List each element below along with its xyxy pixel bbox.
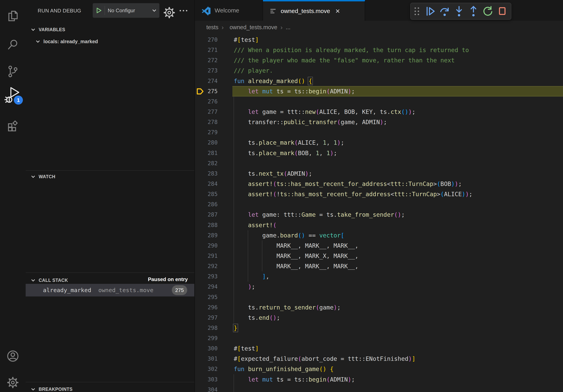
activity-item-extensions[interactable] [0, 116, 26, 135]
code-line-301[interactable]: 301#[expected_failure(abort_code = ttt::… [195, 353, 563, 364]
line-number[interactable]: 289 [195, 230, 218, 241]
code-line-279[interactable]: 279 [195, 127, 563, 138]
line-number[interactable]: 301 [195, 353, 218, 364]
more-actions-icon[interactable] [178, 6, 189, 15]
line-number[interactable]: 300 [195, 343, 218, 354]
code-line-282[interactable]: 282 [195, 158, 563, 169]
code-editor[interactable]: 270#[test]271/// When a position is alre… [195, 34, 563, 392]
close-icon[interactable]: ✕ [335, 8, 340, 15]
code-line-299[interactable]: 299 [195, 333, 563, 343]
sidebar-editor-divider[interactable] [194, 0, 195, 392]
code-line-296[interactable]: 296 ts.return_to_sender(game); [195, 302, 563, 313]
code-line-275[interactable]: 275 let mut ts = ts::begin(ADMIN); [195, 86, 563, 96]
code-line-278[interactable]: 278 transfer::public_transfer(game, ADMI… [195, 117, 563, 127]
start-debug-icon[interactable] [93, 6, 105, 15]
line-number[interactable]: 278 [195, 117, 218, 127]
line-number[interactable]: 276 [195, 96, 218, 107]
continue-button[interactable] [423, 3, 437, 19]
restart-button[interactable] [481, 3, 495, 19]
line-number[interactable]: 270 [195, 35, 218, 45]
tab-owned-tests-move[interactable]: owned_tests.move✕ [263, 0, 365, 21]
code-line-292[interactable]: 292 MARK__, MARK__, MARK__, [195, 261, 563, 271]
line-number[interactable]: 281 [195, 148, 218, 158]
code-line-291[interactable]: 291 MARK__, MARK_X, MARK__, [195, 251, 563, 261]
step-out-button[interactable] [466, 3, 481, 19]
gear-icon[interactable] [163, 6, 176, 19]
line-number[interactable]: 290 [195, 240, 218, 251]
activity-item-source-control[interactable] [0, 62, 26, 81]
line-number[interactable]: 303 [195, 374, 218, 385]
code-line-298[interactable]: 298} [195, 323, 563, 333]
line-number[interactable]: 304 [195, 384, 218, 392]
code-line-290[interactable]: 290 MARK__, MARK__, MARK__, [195, 240, 563, 251]
call-stack-frame[interactable]: already_marked owned_tests.move 275 [26, 284, 194, 297]
code-line-288[interactable]: 288 assert!( [195, 220, 563, 230]
activity-item-account[interactable] [0, 347, 26, 366]
line-number[interactable]: 292 [195, 261, 218, 271]
code-line-303[interactable]: 303 let mut ts = ts::begin(ADMIN); [195, 374, 563, 385]
code-line-271[interactable]: 271/// When a position is already marked… [195, 45, 563, 55]
activity-item-explorer[interactable] [0, 7, 26, 26]
breadcrumb-folder[interactable]: tests [206, 24, 218, 31]
line-number[interactable]: 287 [195, 209, 218, 220]
line-number[interactable]: 277 [195, 107, 218, 117]
breadcrumb-more[interactable]: ... [286, 24, 290, 31]
locals-scope-item[interactable]: locals: already_marked [26, 36, 194, 47]
line-number[interactable]: 282 [195, 158, 218, 169]
code-line-285[interactable]: 285 assert!(!ts::has_most_recent_for_add… [195, 189, 563, 199]
code-line-294[interactable]: 294 ); [195, 281, 563, 292]
code-line-302[interactable]: 302fun burn_unfinished_game() { [195, 364, 563, 374]
code-line-284[interactable]: 284 assert!(ts::has_most_recent_for_addr… [195, 179, 563, 189]
code-line-277[interactable]: 277 let game = ttt::new(ALICE, BOB, KEY,… [195, 107, 563, 117]
code-line-286[interactable]: 286 [195, 199, 563, 210]
line-number[interactable]: 283 [195, 168, 218, 179]
code-line-276[interactable]: 276 [195, 96, 563, 107]
line-number[interactable]: 297 [195, 313, 218, 323]
line-number[interactable]: 274 [195, 76, 218, 86]
code-line-289[interactable]: 289 game.board() == vector[ [195, 230, 563, 241]
code-line-295[interactable]: 295 [195, 292, 563, 302]
activity-item-settings[interactable] [0, 373, 26, 392]
line-number[interactable]: 294 [195, 281, 218, 292]
line-number[interactable]: 295 [195, 292, 218, 302]
code-line-304[interactable]: 304 [195, 384, 563, 392]
code-line-287[interactable]: 287 let game: ttt::Game = ts.take_from_s… [195, 209, 563, 220]
line-number[interactable]: 291 [195, 251, 218, 261]
watch-section-header[interactable]: WATCH [26, 171, 194, 182]
code-line-274[interactable]: 274fun already_marked() { [195, 76, 563, 86]
stop-button[interactable] [495, 3, 509, 19]
activity-item-run-and-debug[interactable]: 1 [0, 86, 26, 105]
step-over-button[interactable] [437, 3, 452, 19]
line-number[interactable]: 302 [195, 364, 218, 374]
code-line-283[interactable]: 283 ts.next_tx(ADMIN); [195, 168, 563, 179]
code-line-281[interactable]: 281 ts.place_mark(BOB, 1, 1); [195, 148, 563, 158]
code-line-297[interactable]: 297 ts.end(); [195, 313, 563, 323]
line-number[interactable]: 298 [195, 323, 218, 333]
code-line-270[interactable]: 270#[test] [195, 35, 563, 45]
breadcrumb-file[interactable]: owned_tests.move [230, 24, 277, 31]
code-line-272[interactable]: 272/// the player who made the "false" m… [195, 55, 563, 65]
activity-item-search[interactable] [0, 35, 26, 54]
code-line-273[interactable]: 273/// player. [195, 65, 563, 76]
line-number[interactable]: 273 [195, 65, 218, 76]
line-number[interactable]: 279 [195, 127, 218, 138]
tab-welcome[interactable]: Welcome [195, 0, 263, 21]
line-number[interactable]: 280 [195, 137, 218, 148]
line-number[interactable]: 285 [195, 189, 218, 199]
code-line-280[interactable]: 280 ts.place_mark(ALICE, 1, 1); [195, 137, 563, 148]
line-number[interactable]: 299 [195, 333, 218, 343]
drag-grip-button[interactable] [411, 3, 423, 19]
code-line-293[interactable]: 293 ], [195, 271, 563, 282]
line-number[interactable]: 286 [195, 199, 218, 210]
debug-configuration-dropdown[interactable]: No Configur [93, 3, 159, 18]
breakpoints-section-header[interactable]: BREAKPOINTS [26, 384, 194, 392]
line-number[interactable]: 271 [195, 45, 218, 55]
code-line-300[interactable]: 300#[test] [195, 343, 563, 354]
variables-section-header[interactable]: VARIABLES [26, 24, 194, 35]
line-number[interactable]: 288 [195, 220, 218, 230]
line-number[interactable]: 296 [195, 302, 218, 313]
line-number[interactable]: 293 [195, 271, 218, 282]
step-into-button[interactable] [452, 3, 466, 19]
line-number[interactable]: 272 [195, 55, 218, 65]
line-number[interactable]: 284 [195, 179, 218, 189]
